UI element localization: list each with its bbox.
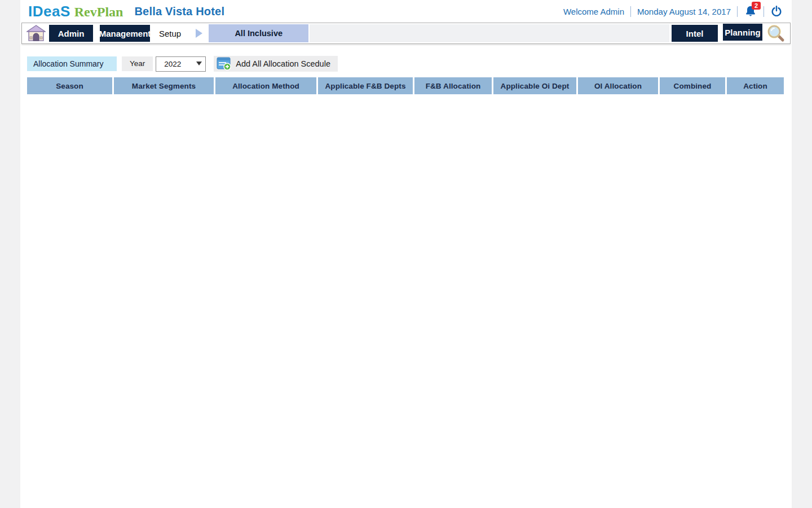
search-magnifier-icon[interactable] — [766, 24, 785, 43]
power-icon[interactable] — [770, 5, 783, 17]
column-header-oi-allocation[interactable]: OI Allocation — [578, 77, 658, 94]
year-select-wrap: 2022 — [156, 56, 206, 72]
welcome-text: Welcome Admin — [563, 7, 624, 16]
header-right: Welcome Admin Monday August 14, 2017 2 — [563, 5, 783, 18]
app-frame: IDeaS RevPlan Bella Vista Hotel Welcome … — [20, 0, 792, 508]
setup-label[interactable]: Setup — [159, 29, 181, 38]
year-label: Year — [122, 56, 153, 71]
column-header-allocation-method[interactable]: Allocation Method — [215, 77, 316, 94]
toolbar: Allocation Summary Year 2022 Add All — [27, 56, 785, 72]
admin-button[interactable]: Admin — [49, 25, 93, 42]
top-header: IDeaS RevPlan Bella Vista Hotel Welcome … — [20, 0, 792, 23]
table-body-empty — [20, 94, 792, 433]
management-button[interactable]: Management — [100, 25, 150, 42]
column-header-applicable-oi-dept[interactable]: Applicable Oi Dept — [493, 77, 576, 94]
notification-count-badge: 2 — [752, 2, 761, 10]
year-select[interactable]: 2022 — [156, 56, 206, 72]
intel-button[interactable]: Intel — [672, 25, 718, 42]
column-header-action[interactable]: Action — [727, 77, 784, 94]
planning-button[interactable]: Planning — [723, 24, 762, 41]
header-separator — [764, 6, 764, 17]
column-header-applicable-fb-depts[interactable]: Applicable F&B Depts — [318, 77, 413, 94]
page-title: Allocation Summary — [27, 56, 117, 71]
column-header-season[interactable]: Season — [27, 77, 112, 94]
column-header-market-segments[interactable]: Market Segments — [114, 77, 214, 94]
table-header-row: Season Market Segments Allocation Method… — [27, 77, 785, 94]
hotel-name: Bella Vista Hotel — [134, 5, 224, 18]
column-header-fb-allocation[interactable]: F&B Allocation — [414, 77, 492, 94]
add-schedule-icon — [217, 57, 231, 71]
logo-ideas: IDeaS — [28, 3, 70, 20]
header-separator — [630, 6, 631, 17]
home-icon[interactable] — [27, 25, 46, 42]
add-button-label: Add All Allocation Scedule — [236, 59, 330, 68]
column-header-combined[interactable]: Combined — [660, 77, 725, 94]
notification-bell-icon[interactable]: 2 — [744, 5, 757, 18]
header-separator — [737, 6, 738, 17]
logo-revplan: RevPlan — [74, 5, 123, 20]
breadcrumb-arrow-icon — [196, 29, 202, 38]
add-allocation-schedule-button[interactable]: Add All Allocation Scedule — [214, 56, 338, 72]
app-logo[interactable]: IDeaS RevPlan — [28, 3, 123, 20]
nav-bar: Admin Management Setup All Inclusive Int… — [21, 23, 791, 44]
tab-all-inclusive[interactable]: All Inclusive — [209, 24, 308, 42]
date-text: Monday August 14, 2017 — [637, 7, 731, 16]
empty-tab-strip — [310, 24, 669, 42]
